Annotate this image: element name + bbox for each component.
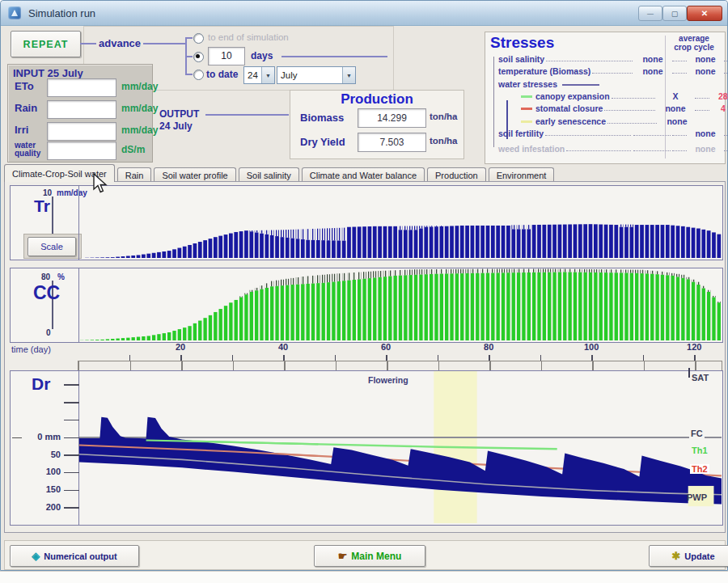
tab-climate-and-water-balance[interactable]: Climate and Water balance: [302, 167, 425, 182]
days-input[interactable]: 10: [208, 47, 245, 65]
tab-soil-salinity[interactable]: Soil salinity: [239, 167, 299, 182]
input-field-eto[interactable]: [47, 78, 116, 97]
bar: [306, 240, 310, 258]
stresses-col-header: average crop cycle: [668, 34, 720, 52]
scale-button[interactable]: Scale: [28, 237, 76, 256]
bar: [393, 276, 396, 340]
dr-tick: [64, 437, 79, 439]
bar: [522, 229, 526, 258]
bar: [342, 281, 345, 340]
maximize-button[interactable]: ▢: [662, 6, 687, 21]
potential-hatch: [430, 269, 433, 274]
to-date-label: to date: [206, 69, 238, 80]
bar: [111, 257, 115, 258]
close-button[interactable]: ✕: [687, 6, 722, 21]
bar: [393, 226, 397, 258]
production-value-biomass: 14.299: [358, 108, 426, 128]
numerical-output-label: Numerical output: [44, 551, 116, 561]
tr-chart-plot: [79, 186, 722, 258]
bar: [696, 229, 700, 258]
bar: [290, 285, 294, 340]
potential-hatch: [296, 277, 299, 285]
repeat-button[interactable]: REPEAT: [11, 31, 81, 57]
bar: [599, 225, 603, 258]
tab-rain[interactable]: Rain: [117, 167, 152, 182]
bar: [281, 285, 284, 340]
radio-days[interactable]: [193, 52, 204, 62]
bar: [142, 336, 145, 340]
cc-chart-row: 80 % 0 CC: [10, 268, 723, 343]
potential-hatch: [347, 272, 350, 280]
bar: [702, 288, 705, 340]
input-field-irri[interactable]: [47, 122, 116, 141]
bracket-stub: [185, 37, 193, 39]
bar: [583, 272, 586, 340]
potential-hatch: [491, 269, 494, 273]
potential-hatch: [650, 271, 654, 274]
potential-hatch: [661, 272, 664, 275]
dr-tick: [64, 402, 79, 403]
cc-ymin-label: 0: [46, 328, 51, 337]
bar: [203, 240, 207, 258]
radio-to-date[interactable]: [193, 70, 204, 80]
bar: [235, 300, 238, 340]
potential-hatch: [624, 269, 628, 272]
potential-hatch: [301, 277, 304, 284]
minimize-button[interactable]: —: [638, 6, 662, 21]
bar: [620, 227, 624, 258]
bar: [491, 272, 494, 340]
tab-production[interactable]: Production: [427, 167, 486, 182]
bar: [527, 272, 531, 340]
radio-to-end[interactable]: [193, 33, 204, 44]
tab-bar: Climate-Crop-Soil waterRainSoil water pr…: [4, 165, 557, 182]
bar: [574, 224, 578, 258]
production-unit: ton/ha: [430, 136, 458, 146]
bar: [265, 288, 269, 340]
bar: [450, 273, 453, 340]
connector-line: [205, 114, 289, 116]
potential-hatch: [666, 272, 669, 275]
potential-hatch: [497, 269, 500, 273]
potential-hatch: [440, 269, 443, 274]
bar: [578, 224, 582, 258]
potential-hatch: [281, 280, 284, 285]
potential-hatch: [455, 269, 459, 273]
time-tick-label: 40: [273, 342, 293, 352]
potential-hatch: [471, 269, 474, 273]
bar: [100, 257, 104, 258]
flowering-label: Flowering: [368, 375, 408, 385]
bar: [445, 226, 449, 258]
stress-row-weed-infestation: weed infestationnone: [485, 142, 728, 154]
tab-soil-water-profile[interactable]: Soil water profile: [154, 167, 235, 182]
potential-hatch: [512, 269, 515, 273]
bracket-stub: [185, 56, 193, 57]
input-field-rain[interactable]: [47, 100, 116, 119]
stress-value: [633, 150, 671, 151]
production-box: Production Biomass14.299ton/haDry Yield7…: [290, 90, 464, 159]
bar: [450, 226, 454, 258]
bar: [132, 337, 135, 340]
time-tick: [129, 355, 131, 361]
main-menu-button[interactable]: ☛ Main Menu: [314, 545, 425, 567]
date-month-dropdown[interactable]: July▼: [277, 66, 356, 84]
tab-environment[interactable]: Environment: [489, 167, 555, 182]
potential-hatch: [337, 273, 341, 281]
bar: [399, 276, 402, 340]
bracket-stub: [185, 74, 193, 75]
potential-hatch: [342, 273, 345, 281]
stress-row-early-senescence: early senescencenone: [485, 114, 728, 126]
potential-hatch: [260, 230, 264, 234]
time-tick: [643, 355, 645, 361]
maximize-icon: ▢: [671, 10, 679, 18]
potential-hatch: [640, 270, 643, 273]
bar: [537, 272, 540, 340]
numerical-output-button[interactable]: ◈ Numerical output: [10, 545, 139, 567]
app-icon: [8, 6, 21, 19]
update-button[interactable]: ✱ Update: [649, 545, 728, 567]
potential-hatch: [692, 280, 695, 282]
bar: [378, 277, 381, 340]
date-day-dropdown[interactable]: 24▼: [243, 66, 275, 84]
repeat-label: REPEAT: [23, 39, 69, 50]
input-field-water-quality[interactable]: [47, 142, 116, 160]
title-bar[interactable]: Simulation run — ▢ ✕: [1, 1, 727, 26]
